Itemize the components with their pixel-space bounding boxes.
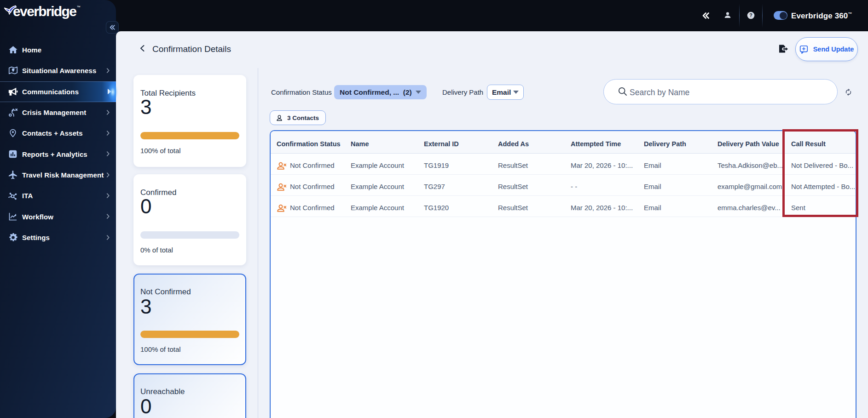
svg-text:?: ? (749, 12, 752, 18)
